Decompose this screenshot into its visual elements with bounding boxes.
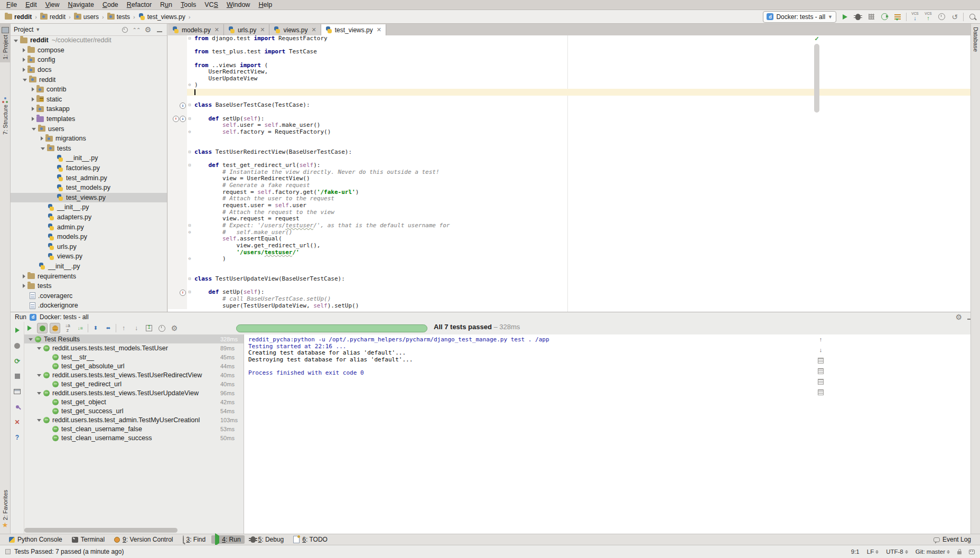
fold-marker[interactable]: ⊟ [187, 276, 192, 283]
fold-marker[interactable]: ⊟ [187, 162, 192, 169]
test-tree-hscrollbar[interactable] [24, 528, 244, 533]
test-result-row[interactable]: Test Results328ms [24, 334, 244, 343]
menu-refactor[interactable]: Refactor [123, 0, 156, 10]
code-line[interactable]: ⊖ ) [168, 256, 971, 263]
tree-item-config[interactable]: config [11, 55, 167, 65]
breadcrumb-item[interactable]: users [72, 13, 100, 21]
tree-item-taskapp[interactable]: taskapp [11, 104, 167, 114]
overrides-method-icon[interactable]: ↑ [180, 290, 186, 296]
vcs-commit-button[interactable]: VCS↑ [923, 12, 933, 22]
tree-item-docs[interactable]: docs [11, 65, 167, 75]
tree-item-__init__.py[interactable]: __init__.py [11, 262, 167, 272]
vcs-update-button[interactable]: VCS↓ [910, 12, 920, 22]
hide-panel-button[interactable] [155, 25, 164, 34]
fold-marker[interactable]: ⊖ [187, 256, 192, 263]
help-button[interactable]: ? [12, 432, 23, 443]
tree-item-templates[interactable]: templates [11, 114, 167, 124]
menu-edit[interactable]: Edit [21, 0, 41, 10]
close-tab-icon[interactable]: ✕ [260, 26, 265, 33]
panel-settings-button[interactable]: ⚙ [144, 25, 152, 34]
menu-navigate[interactable]: Navigate [64, 0, 98, 10]
menu-code[interactable]: Code [98, 0, 123, 10]
code-line[interactable]: ⊖ # self.make_user() [168, 229, 971, 236]
test-result-row[interactable]: test__str__45ms [24, 352, 244, 361]
collapse-all-button[interactable]: ⌃⌃ [132, 25, 141, 34]
menu-vcs[interactable]: VCS [200, 0, 222, 10]
collapsed-arrow-icon[interactable] [32, 117, 34, 121]
rerun-button[interactable] [12, 325, 23, 336]
tree-item-views.py[interactable]: views.py [11, 252, 167, 262]
scrollbar-thumb[interactable] [814, 44, 819, 113]
breadcrumb-item[interactable]: tests [106, 13, 132, 21]
code-line[interactable]: ⊖ self.factory = RequestFactory() [168, 129, 971, 136]
menu-tools[interactable]: Tools [176, 0, 200, 10]
test-result-row[interactable]: test_get_redirect_url40ms [24, 379, 244, 388]
overridden-method-icon[interactable]: ↓ [180, 103, 186, 109]
close-tab-icon[interactable]: ✕ [377, 26, 381, 33]
editor-tab-test_views-py[interactable]: test_views.py✕ [321, 24, 386, 35]
code-line[interactable] [168, 89, 971, 96]
tree-item-migrations[interactable]: migrations [11, 134, 167, 144]
close-panel-button[interactable]: ✕ [12, 417, 23, 427]
test-console-output[interactable]: reddit_pycha:python -u /opt/.pycharm_hel… [244, 334, 980, 534]
show-passed-toggle[interactable] [37, 323, 48, 333]
sidebar-tab-structure[interactable]: 7: Structure [0, 94, 10, 138]
code-line[interactable]: ⊖) [168, 82, 971, 89]
toolwindow-button-3find[interactable]: 3: Find [179, 535, 210, 544]
run-button[interactable] [840, 12, 850, 22]
toolwindow-button-terminal[interactable]: Terminal [68, 535, 108, 544]
expanded-arrow-icon[interactable] [37, 347, 41, 350]
collapsed-arrow-icon[interactable] [23, 48, 25, 52]
print-icon[interactable] [818, 379, 824, 385]
test-result-row[interactable]: reddit.users.tests.test_models.TestUser8… [24, 343, 244, 352]
test-result-row[interactable]: test_get_absolute_url44ms [24, 361, 244, 370]
sort-alphabetically-button[interactable]: ↓az [62, 323, 73, 333]
collapsed-arrow-icon[interactable] [23, 274, 25, 278]
collapsed-arrow-icon[interactable] [32, 107, 34, 111]
menu-file[interactable]: File [2, 0, 21, 10]
fold-marker[interactable]: ⊟ [187, 102, 192, 109]
code-line[interactable]: from ..views import ( [168, 62, 971, 69]
line-separator-widget[interactable]: LF [867, 548, 879, 555]
breadcrumb-item[interactable]: reddit [3, 13, 33, 21]
tree-item-tests[interactable]: tests [11, 144, 167, 154]
code-line[interactable] [168, 136, 971, 143]
menu-run[interactable]: Run [156, 0, 176, 10]
project-view-select[interactable]: Project ▼ [14, 26, 40, 33]
soft-wrap-icon[interactable] [818, 358, 824, 364]
fold-marker[interactable]: ⊖ [187, 82, 192, 89]
fold-marker[interactable]: ⊟ [187, 35, 192, 42]
expanded-arrow-icon[interactable] [41, 147, 45, 150]
expanded-arrow-icon[interactable] [29, 338, 33, 341]
tree-item-models.py[interactable]: models.py [11, 232, 167, 242]
tree-item-urls.py[interactable]: urls.py [11, 241, 167, 252]
code-line[interactable]: '/users/testuser/' [168, 249, 971, 256]
editor-tab-urls-py[interactable]: urls.py✕ [224, 24, 270, 35]
fold-marker[interactable]: ⊟ [187, 222, 192, 229]
expanded-arrow-icon[interactable] [32, 128, 36, 131]
editor-tab-views-py[interactable]: views.py✕ [269, 24, 321, 35]
tree-item-test_admin.py[interactable]: test_admin.py [11, 173, 167, 183]
collapsed-arrow-icon[interactable] [41, 136, 43, 141]
run-configuration-select[interactable]: d Docker: tests - all ▼ [763, 11, 836, 23]
code-area[interactable]: ⊟from django.test import RequestFactoryf… [168, 35, 971, 312]
toolwindow-button-pythonconsole[interactable]: Python Console [5, 535, 66, 544]
overridden-method-icon[interactable]: ↓ [180, 116, 186, 122]
code-line[interactable]: ⊟class TestUserRedirectView(BaseUserTest… [168, 149, 971, 156]
tree-item-__init__.py[interactable]: __init__.py [11, 202, 167, 212]
tree-item-users[interactable]: users [11, 124, 167, 134]
local-history-button[interactable] [937, 12, 946, 22]
editor-tab-models-py[interactable]: models.py✕ [168, 24, 224, 35]
menu-view[interactable]: View [41, 0, 64, 10]
concurrency-diagram-button[interactable] [893, 12, 902, 22]
test-result-row[interactable]: reddit.users.tests.test_views.TestUserUp… [24, 388, 244, 397]
code-line[interactable]: ⊟class TestUserUpdateView(BaseUserTestCa… [168, 276, 971, 283]
run-with-coverage-button[interactable] [866, 12, 876, 22]
expanded-arrow-icon[interactable] [37, 419, 41, 422]
collapse-all-button[interactable]: ⬌ [103, 323, 114, 333]
code-line[interactable] [168, 109, 971, 116]
sidebar-tab-database[interactable]: Database [971, 24, 980, 55]
code-line[interactable]: from test_plus.test import TestCase [168, 49, 971, 55]
test-result-row[interactable]: test_get_success_url54ms [24, 406, 244, 415]
scrollbar-thumb[interactable] [24, 528, 178, 533]
